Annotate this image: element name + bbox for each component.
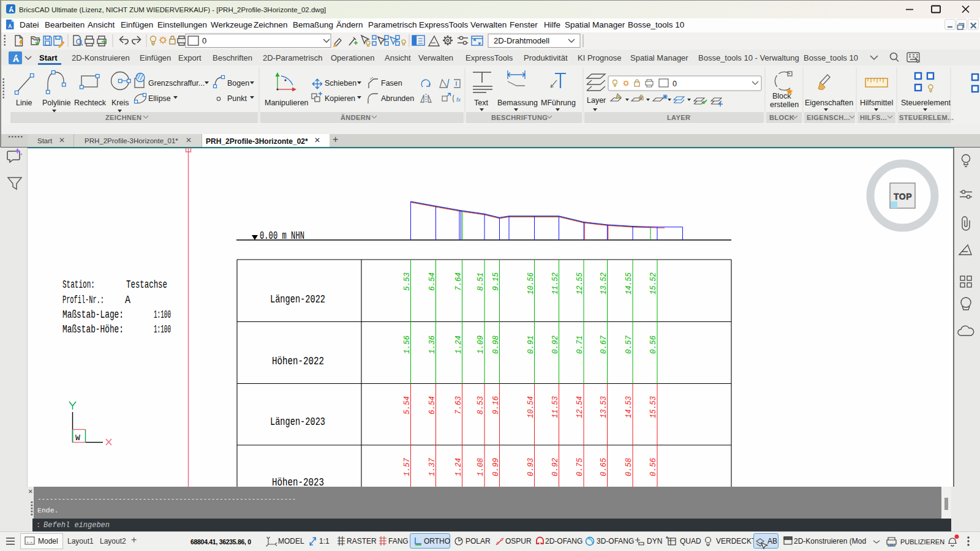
svg-text:0.92: 0.92 bbox=[551, 335, 560, 354]
svg-text:1.37: 1.37 bbox=[428, 458, 437, 476]
svg-text:12.54: 12.54 bbox=[575, 396, 584, 418]
svg-text:0.91: 0.91 bbox=[526, 335, 535, 354]
svg-text:0.92: 0.92 bbox=[551, 458, 560, 476]
svg-text:0.67: 0.67 bbox=[599, 335, 608, 354]
svg-text:12.55: 12.55 bbox=[575, 272, 584, 294]
svg-text:10.56: 10.56 bbox=[526, 272, 535, 294]
svg-text:5.54: 5.54 bbox=[402, 396, 412, 414]
svg-text:11.53: 11.53 bbox=[551, 396, 560, 418]
svg-text:1.24: 1.24 bbox=[454, 458, 463, 476]
svg-text:TOP: TOP bbox=[894, 192, 912, 201]
svg-text:Höhen-2023: Höhen-2023 bbox=[272, 476, 324, 489]
svg-text:Station:: Station: bbox=[62, 279, 95, 291]
svg-text:Längen-2022: Längen-2022 bbox=[270, 293, 325, 305]
svg-text:1:100: 1:100 bbox=[154, 309, 171, 321]
svg-text:5.53: 5.53 bbox=[402, 272, 412, 291]
svg-text:9.16: 9.16 bbox=[491, 396, 500, 414]
svg-text:10.54: 10.54 bbox=[526, 396, 535, 418]
svg-text:11.52: 11.52 bbox=[551, 272, 560, 294]
svg-text:0.57: 0.57 bbox=[624, 335, 633, 354]
svg-text:0.71: 0.71 bbox=[575, 335, 584, 354]
svg-text:Maßstab-Lage:: Maßstab-Lage: bbox=[62, 309, 124, 321]
svg-text:Längen-2023: Längen-2023 bbox=[270, 416, 325, 428]
svg-text:0.58: 0.58 bbox=[624, 458, 633, 476]
svg-text:Maßstab-Höhe:: Maßstab-Höhe: bbox=[62, 323, 124, 335]
svg-text:Testachse: Testachse bbox=[126, 279, 167, 291]
svg-text:8.53: 8.53 bbox=[476, 396, 485, 414]
svg-text:15.52: 15.52 bbox=[649, 272, 658, 294]
svg-text:1:100: 1:100 bbox=[154, 323, 171, 335]
svg-text:13.52: 13.52 bbox=[599, 272, 608, 294]
svg-text:1.09: 1.09 bbox=[476, 335, 485, 354]
svg-text:0.75: 0.75 bbox=[575, 458, 584, 476]
svg-text:6.54: 6.54 bbox=[428, 272, 437, 291]
svg-text:A: A bbox=[125, 294, 130, 306]
svg-text:1.08: 1.08 bbox=[476, 458, 485, 476]
svg-text:Profil-Nr.:: Profil-Nr.: bbox=[62, 294, 104, 306]
svg-text:0.98: 0.98 bbox=[491, 335, 500, 354]
svg-text:0.99: 0.99 bbox=[491, 458, 500, 476]
svg-text:fx: fx bbox=[456, 97, 461, 103]
svg-text:13.53: 13.53 bbox=[599, 396, 608, 418]
svg-text:0.56: 0.56 bbox=[649, 458, 658, 476]
svg-text:2D-Drahtmodell: 2D-Drahtmodell bbox=[494, 36, 549, 45]
svg-text:Höhen-2022: Höhen-2022 bbox=[272, 355, 324, 367]
svg-text:0: 0 bbox=[673, 80, 677, 88]
svg-text:7.64: 7.64 bbox=[454, 272, 463, 291]
svg-text:15.53: 15.53 bbox=[649, 396, 658, 418]
svg-text:0.65: 0.65 bbox=[599, 458, 608, 476]
svg-text:1.57: 1.57 bbox=[402, 458, 412, 476]
svg-text:6.54: 6.54 bbox=[428, 396, 437, 414]
svg-text:8.51: 8.51 bbox=[476, 272, 485, 291]
svg-text:14.55: 14.55 bbox=[624, 272, 633, 294]
svg-text:0: 0 bbox=[202, 36, 206, 45]
svg-text:1.36: 1.36 bbox=[428, 335, 437, 354]
svg-text:7.63: 7.63 bbox=[454, 396, 463, 414]
svg-text:1.56: 1.56 bbox=[402, 335, 412, 354]
svg-text:1.24: 1.24 bbox=[454, 335, 463, 354]
svg-text:14.53: 14.53 bbox=[624, 396, 633, 418]
svg-text:9.15: 9.15 bbox=[491, 272, 500, 291]
svg-text:0.56: 0.56 bbox=[649, 335, 658, 354]
svg-text:W: W bbox=[75, 433, 80, 443]
svg-text:0.93: 0.93 bbox=[526, 458, 535, 476]
